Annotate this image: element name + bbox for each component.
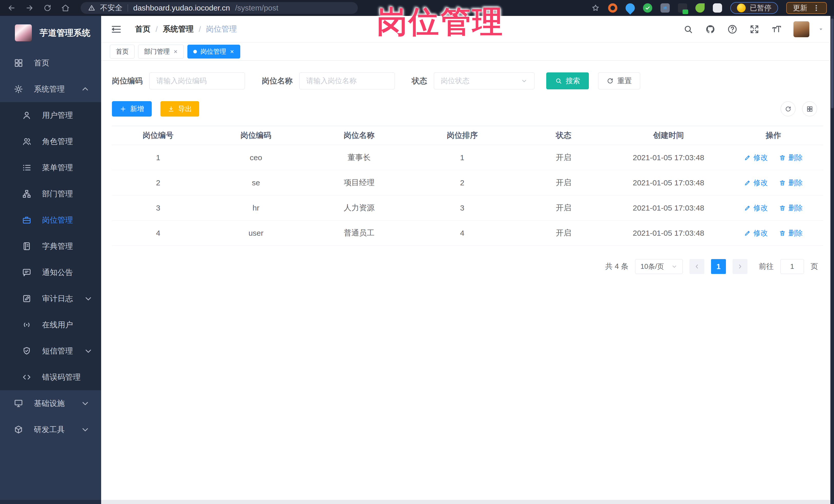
sidebar-collapse-icon[interactable]: [111, 24, 122, 35]
sidebar-item-user-management[interactable]: 用户管理: [0, 102, 101, 128]
close-icon[interactable]: [173, 49, 178, 54]
extension-drop-icon[interactable]: [624, 2, 637, 15]
row-actions: 修改 删除: [724, 228, 823, 238]
home-icon[interactable]: [61, 4, 70, 12]
edit-link[interactable]: 修改: [744, 153, 768, 162]
avatar-caret-down-icon[interactable]: [817, 26, 824, 32]
search-icon[interactable]: [683, 24, 693, 35]
breadcrumb-home[interactable]: 首页: [135, 24, 150, 35]
sidebar-logo-row[interactable]: 芋道管理系统: [0, 16, 101, 50]
add-button[interactable]: 新增: [112, 101, 152, 116]
address-bar[interactable]: 不安全 dashboard.yudao.iocoder.cn /system/p…: [81, 2, 358, 14]
cell-post-id: 3: [112, 195, 204, 221]
app-logo: [15, 24, 32, 41]
update-button[interactable]: 更新: [786, 2, 827, 14]
bookmark-star-icon[interactable]: [591, 4, 600, 12]
chevron-down-icon: [671, 263, 677, 269]
search-button[interactable]: 搜索: [546, 72, 589, 89]
next-page-button[interactable]: [732, 259, 747, 274]
tags-view-bar: 首页 部门管理 岗位管理: [101, 43, 834, 61]
plus-icon: [119, 106, 127, 112]
tab-department-management[interactable]: 部门管理: [138, 45, 184, 59]
cell-created-time: 2021-01-05 17:03:48: [614, 221, 724, 246]
extension-ubuntu-icon[interactable]: [608, 3, 617, 13]
sidebar-item-label: 研发工具: [34, 424, 65, 435]
post-code-input[interactable]: [149, 72, 245, 89]
sidebar-item-menu-management[interactable]: 菜单管理: [0, 155, 101, 181]
prev-page-button[interactable]: [689, 259, 704, 274]
extension-check-icon[interactable]: [643, 3, 652, 13]
user-avatar[interactable]: [793, 21, 809, 37]
delete-link-label: 删除: [788, 203, 803, 213]
sidebar-item-post-management[interactable]: 岗位管理: [0, 207, 101, 233]
edit-link[interactable]: 修改: [744, 203, 768, 213]
emoji-icon: [737, 4, 746, 12]
column-settings-button[interactable]: [802, 102, 817, 116]
chevron-down-icon: [521, 78, 527, 84]
sidebar-item-audit-log[interactable]: 审计日志: [0, 285, 101, 312]
pencil-icon: [744, 154, 751, 161]
edit-link-label: 修改: [753, 153, 768, 162]
status-select[interactable]: 岗位状态: [434, 72, 534, 89]
sidebar-item-system-management[interactable]: 系统管理: [0, 76, 101, 102]
tab-post-management[interactable]: 岗位管理: [188, 45, 240, 59]
breadcrumb-system[interactable]: 系统管理: [163, 24, 194, 35]
sidebar-item-online-users[interactable]: 在线用户: [0, 312, 101, 338]
tab-home[interactable]: 首页: [110, 45, 134, 59]
sidebar-item-role-management[interactable]: 角色管理: [0, 128, 101, 155]
sidebar-item-label: 在线用户: [42, 320, 73, 330]
sidebar-item-sms-management[interactable]: 短信管理: [0, 338, 101, 364]
error-code-icon: [22, 373, 31, 382]
page-scrollbar[interactable]: [830, 16, 834, 504]
sidebar-item-dictionary-management[interactable]: 字典管理: [0, 233, 101, 259]
delete-link[interactable]: 删除: [779, 178, 803, 188]
delete-link[interactable]: 删除: [779, 228, 803, 238]
reload-icon[interactable]: [43, 4, 52, 12]
sidebar-item-devtools[interactable]: 研发工具: [0, 416, 101, 443]
delete-link-label: 删除: [788, 178, 803, 188]
current-page-button[interactable]: 1: [711, 259, 726, 274]
sidebar-item-home[interactable]: 首页: [0, 50, 101, 76]
chevron-down-icon: [84, 294, 93, 303]
sidebar-item-infrastructure[interactable]: 基础设施: [0, 390, 101, 416]
navbar-actions: [683, 21, 824, 37]
sidebar-item-announcement[interactable]: 通知公告: [0, 259, 101, 285]
close-icon[interactable]: [230, 49, 234, 54]
reset-button[interactable]: 重置: [598, 72, 640, 89]
delete-link[interactable]: 删除: [779, 153, 803, 162]
url-host: dashboard.yudao.iocoder.cn: [133, 4, 230, 12]
chevron-down-icon: [81, 399, 90, 408]
scrollbar-thumb[interactable]: [831, 19, 833, 108]
extension-gif-icon[interactable]: [678, 3, 687, 13]
pencil-icon: [744, 179, 751, 186]
edit-link[interactable]: 修改: [744, 178, 768, 188]
edit-link[interactable]: 修改: [744, 228, 768, 238]
forward-icon[interactable]: [25, 4, 34, 12]
paused-badge[interactable]: 已暂停: [730, 2, 778, 14]
extensions-puzzle-icon[interactable]: [713, 3, 722, 13]
cell-post-status: 开启: [514, 145, 614, 170]
sidebar-item-error-code-management[interactable]: 错误码管理: [0, 364, 101, 390]
security-label[interactable]: 不安全: [100, 3, 123, 13]
extension-sliders-icon[interactable]: [660, 3, 670, 13]
column-header: 岗位编号: [112, 126, 204, 145]
column-header: 创建时间: [614, 126, 724, 145]
announcement-icon: [22, 268, 31, 277]
goto-page-input[interactable]: [780, 259, 804, 274]
delete-link[interactable]: 删除: [779, 203, 803, 213]
page-size-select[interactable]: 10条/页: [635, 259, 683, 274]
post-name-input[interactable]: [299, 72, 395, 89]
export-button[interactable]: 导出: [160, 101, 199, 116]
github-icon[interactable]: [705, 24, 716, 35]
browser-toolbar: 不安全 dashboard.yudao.iocoder.cn /system/p…: [0, 0, 834, 16]
fullscreen-icon[interactable]: [749, 24, 760, 35]
font-size-icon[interactable]: [771, 24, 782, 35]
sidebar-item-department-management[interactable]: 部门管理: [0, 181, 101, 207]
column-header: 状态: [514, 126, 614, 145]
refresh-table-button[interactable]: [781, 102, 795, 116]
back-icon[interactable]: [7, 4, 16, 12]
sidebar-item-label: 菜单管理: [42, 162, 73, 173]
extension-leaf-icon[interactable]: [695, 3, 705, 13]
help-question-icon[interactable]: [727, 24, 738, 35]
browser-menu-kebab-icon[interactable]: [812, 4, 820, 12]
